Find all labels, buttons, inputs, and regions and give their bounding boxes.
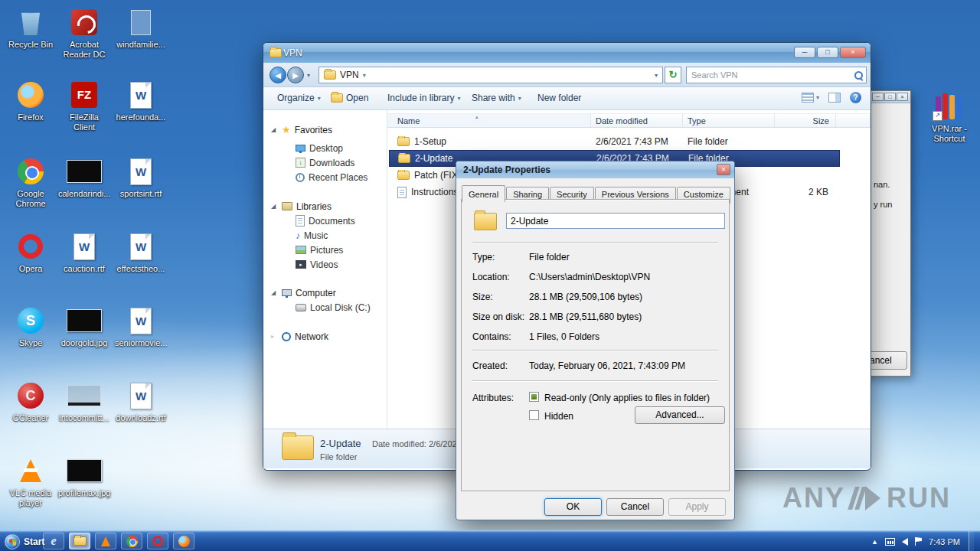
breadcrumb-item[interactable]: VPN bbox=[340, 70, 359, 80]
desktop-icon-doorgold[interactable]: doorgold.jpg bbox=[58, 305, 110, 348]
hidden-checkbox[interactable] bbox=[529, 410, 539, 420]
taskbar-item-opera[interactable] bbox=[147, 533, 168, 549]
desktop-icon-profilemax[interactable]: profilemax.jpg bbox=[58, 455, 110, 498]
desktop-icon-vpn-rar-shortcut[interactable]: VPN.rar - Shortcut bbox=[923, 90, 975, 144]
network-tray-icon[interactable] bbox=[885, 538, 895, 546]
icon-label: windfamilie... bbox=[115, 40, 167, 50]
organize-button[interactable]: Organize▾ bbox=[277, 93, 321, 103]
desktop-icon-filezilla[interactable]: FZFileZilla Client bbox=[58, 79, 110, 132]
open-button[interactable]: Open bbox=[331, 93, 368, 103]
desktop-icon-herefounda[interactable]: herefounda... bbox=[115, 79, 167, 122]
readonly-checkbox[interactable] bbox=[529, 392, 539, 402]
preview-pane-button[interactable] bbox=[828, 93, 841, 103]
desktop-icon-recycle-bin[interactable]: Recycle Bin bbox=[5, 6, 57, 50]
refresh-button[interactable]: ↻ bbox=[665, 67, 681, 83]
breadcrumb[interactable]: VPN ▾ ▾ bbox=[318, 67, 663, 83]
address-bar: ◀ ▶ ▾ VPN ▾ ▾ ↻ bbox=[263, 63, 871, 87]
help-button[interactable]: ? bbox=[850, 92, 861, 103]
desktop-icon-seniormovie[interactable]: seniormovie... bbox=[115, 305, 167, 348]
search-box[interactable] bbox=[686, 67, 867, 83]
nav-item-documents[interactable]: Documents bbox=[263, 214, 387, 228]
forward-button[interactable]: ▶ bbox=[287, 67, 304, 83]
nav-group-favorites[interactable]: ◢★Favorites bbox=[263, 122, 387, 137]
watermark-text-run: RUN bbox=[887, 482, 951, 514]
taskbar-item-firefox[interactable] bbox=[173, 533, 194, 549]
advanced-button[interactable]: Advanced... bbox=[635, 406, 725, 424]
file-row[interactable]: 1-Setup 2/6/2021 7:43 PM File folder bbox=[389, 133, 840, 150]
taskbar-item-internet-explorer[interactable]: e bbox=[43, 533, 64, 549]
desktop-icon-effectstheo[interactable]: effectstheo... bbox=[115, 230, 167, 274]
cancel-button[interactable]: Cancel bbox=[606, 498, 664, 516]
column-header-blank bbox=[836, 114, 871, 127]
desktop-icon-skype[interactable]: SSkype bbox=[5, 305, 57, 348]
expand-arrow-icon[interactable]: ▸ bbox=[271, 333, 274, 340]
desktop-icon-intocommitt[interactable]: intocommitt... bbox=[58, 380, 110, 423]
documents-icon bbox=[296, 215, 305, 227]
taskbar-item-chrome[interactable] bbox=[121, 533, 142, 549]
new-folder-button[interactable]: New folder bbox=[537, 93, 581, 103]
taskbar-item-explorer-active[interactable] bbox=[69, 533, 90, 549]
desktop-icon-windfamilie[interactable]: windfamilie... bbox=[115, 6, 167, 50]
nav-item-desktop[interactable]: Desktop bbox=[263, 141, 387, 155]
back-button[interactable]: ◀ bbox=[270, 67, 286, 83]
desktop-icon-downloadz[interactable]: downloadz.rtf bbox=[115, 380, 167, 423]
ok-button[interactable]: OK bbox=[544, 498, 602, 516]
tab-general[interactable]: General bbox=[462, 185, 505, 202]
nav-item-downloads[interactable]: ↓Downloads bbox=[263, 155, 387, 170]
desktop-icon-acrobat[interactable]: Acrobat Reader DC bbox=[58, 6, 110, 60]
nav-group-computer[interactable]: ◢Computer bbox=[263, 285, 387, 300]
column-header-name[interactable]: Name▴ bbox=[387, 114, 591, 127]
taskbar-clock[interactable]: 7:43 PM bbox=[929, 537, 960, 546]
nav-item-recent-places[interactable]: Recent Places bbox=[263, 170, 387, 184]
column-header-date-modified[interactable]: Date modified bbox=[591, 114, 683, 127]
search-icon[interactable] bbox=[854, 71, 863, 80]
address-dropdown-icon[interactable]: ▾ bbox=[655, 72, 658, 79]
nav-item-music[interactable]: ♪Music bbox=[263, 228, 387, 243]
desktop-icon-calendarindi[interactable]: calendarindi... bbox=[58, 155, 110, 199]
share-with-button[interactable]: Share with▾ bbox=[472, 93, 521, 103]
show-desktop-button[interactable] bbox=[969, 531, 974, 551]
dialog-titlebar[interactable]: 2-Update Properties × bbox=[456, 161, 734, 178]
icon-label: downloadz.rtf bbox=[115, 413, 167, 423]
desktop-icon bbox=[296, 145, 305, 152]
volume-tray-icon[interactable] bbox=[902, 538, 908, 546]
history-chevron-icon[interactable]: ▾ bbox=[307, 72, 310, 79]
nav-group-libraries[interactable]: ◢Libraries bbox=[263, 199, 387, 214]
desktop-icon-sportsint[interactable]: sportsint.rtf bbox=[115, 155, 167, 199]
folder-name-field[interactable] bbox=[506, 213, 725, 229]
apply-button[interactable]: Apply bbox=[668, 498, 726, 516]
nav-item-videos[interactable]: ▸Videos bbox=[263, 257, 387, 272]
taskbar-item-vlc[interactable] bbox=[95, 533, 116, 549]
close-icon[interactable]: × bbox=[717, 164, 730, 175]
minimize-icon[interactable]: ─ bbox=[794, 47, 815, 58]
include-in-library-button[interactable]: Include in library▾ bbox=[387, 93, 460, 103]
chevron-down-icon: ▾ bbox=[318, 95, 321, 102]
nav-item-local-disk-c[interactable]: Local Disk (C:) bbox=[263, 300, 387, 315]
column-header-size[interactable]: Size bbox=[775, 114, 836, 127]
field-value: 28.1 MB (29,509,106 bytes) bbox=[529, 292, 642, 302]
show-hidden-icons-button[interactable]: ▲ bbox=[871, 538, 878, 546]
column-header-type[interactable]: Type bbox=[683, 114, 775, 127]
desktop-icon-opera[interactable]: Opera bbox=[5, 230, 57, 274]
field-value: Today, February 06, 2021, 7:43:09 PM bbox=[529, 360, 685, 371]
chevron-down-icon[interactable]: ▾ bbox=[363, 72, 366, 79]
search-input[interactable] bbox=[691, 70, 854, 80]
nav-item-pictures[interactable]: Pictures bbox=[263, 243, 387, 257]
expand-arrow-icon[interactable]: ◢ bbox=[271, 126, 276, 133]
expand-arrow-icon[interactable]: ◢ bbox=[271, 289, 276, 296]
nav-group-network[interactable]: ▸Network bbox=[263, 329, 387, 344]
close-icon[interactable]: × bbox=[840, 47, 866, 58]
change-view-button[interactable]: ▾ bbox=[802, 93, 819, 103]
desktop-icon-firefox[interactable]: Firefox bbox=[5, 79, 57, 122]
expand-arrow-icon[interactable]: ◢ bbox=[271, 203, 276, 210]
close-icon[interactable]: × bbox=[897, 93, 908, 101]
maximize-icon[interactable]: □ bbox=[884, 93, 896, 101]
maximize-icon[interactable]: □ bbox=[817, 47, 838, 58]
desktop-icon-cauction[interactable]: cauction.rtf bbox=[58, 230, 110, 274]
desktop-icon-chrome[interactable]: Google Chrome bbox=[5, 155, 57, 209]
minimize-icon[interactable]: ─ bbox=[872, 93, 884, 101]
desktop-icon-ccleaner[interactable]: CCCleaner bbox=[5, 380, 57, 423]
action-center-flag-icon[interactable] bbox=[915, 537, 922, 546]
desktop-icon-vlc[interactable]: VLC media player bbox=[5, 455, 57, 508]
explorer-titlebar[interactable]: VPN ─ □ × bbox=[263, 43, 871, 63]
